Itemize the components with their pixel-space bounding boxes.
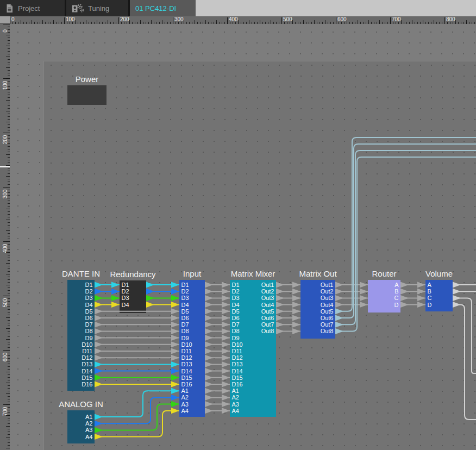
app-window: Project Tuning 01 PC412-DI 0100200300400… (0, 0, 476, 450)
wire-mixer-to-matrixout-2[interactable] (276, 295, 300, 301)
wire-input-to-mixer-13[interactable] (205, 368, 230, 374)
wire-volume-a[interactable] (453, 282, 476, 288)
wire-redundancy-to-input-0[interactable] (146, 282, 179, 288)
port-label-analog-in-A3: A3 (85, 427, 92, 433)
wire-dante-to-input-gray-4[interactable] (95, 335, 179, 341)
dest-arrow-icon (171, 335, 179, 341)
wire-input-to-mixer-5[interactable] (205, 315, 230, 321)
wire-input-to-mixer-17[interactable] (205, 395, 230, 401)
ruler-corner (0, 16, 10, 24)
wire-dante-to-input-gray-7[interactable] (95, 355, 179, 361)
block-matrix-mixer[interactable]: Matrix MixerD1D2D3D4D5D6D7D8D9D10D11D12D… (230, 269, 276, 417)
wire-input-to-mixer-14[interactable] (205, 374, 230, 380)
block-volume[interactable]: VolumeABCD (425, 269, 453, 311)
block-body-power[interactable] (67, 85, 107, 105)
wire-mixer-to-matrixout-6[interactable] (276, 322, 300, 328)
block-input[interactable]: InputD1D2D3D4D5D6D7D8D9D10D11D12D13D14D1… (179, 269, 205, 417)
wire-dante-to-input-gray-1[interactable] (95, 315, 179, 321)
wire-redundancy-to-input-3[interactable] (146, 302, 179, 308)
wire-input-to-mixer-1[interactable] (205, 289, 230, 295)
block-router[interactable]: RouterABCD (368, 269, 400, 312)
port-label-dante-in-D14: D14 (82, 368, 92, 374)
wire-dante-to-input-colored-1[interactable] (95, 368, 179, 374)
wire-input-to-mixer-2[interactable] (205, 295, 230, 301)
port-label-matrix-mixer-Out1: Out1 (261, 282, 274, 288)
wire-input-to-mixer-10[interactable] (205, 348, 230, 354)
block-matrix-out[interactable]: Matrix OutOut1Out2Out3Out4Out5Out6Out7Ou… (299, 269, 337, 339)
wire-redundancy-to-input-2[interactable] (146, 295, 179, 301)
wire-dante-to-input-colored-2[interactable] (95, 374, 179, 380)
wire-dante-to-input-colored-3[interactable] (95, 382, 179, 388)
wire-input-to-mixer-3[interactable] (205, 302, 230, 308)
wire-mixer-to-matrixout-0[interactable] (276, 282, 300, 288)
wire-dante-to-input-gray-3[interactable] (95, 328, 179, 334)
wire-dante-to-input-gray-6[interactable] (95, 348, 179, 354)
wire-dante-to-redundancy-2[interactable] (95, 295, 120, 301)
port-label-dante-in-D11: D11 (82, 348, 92, 354)
wire-volume-d[interactable] (453, 302, 476, 420)
design-canvas[interactable]: PowerDANTE IND1D2D3D4D5D6D7D8D9D10D11D12… (10, 24, 476, 450)
wire-input-to-mixer-11[interactable] (205, 355, 230, 361)
wire-dante-to-input-gray-5[interactable] (95, 341, 179, 347)
wire-volume-b[interactable] (453, 289, 476, 295)
port-label-dante-in-D6: D6 (85, 315, 92, 321)
source-arrow-icon (205, 348, 213, 354)
tab-tuning[interactable]: Tuning (66, 0, 128, 16)
wire-input-to-mixer-7[interactable] (205, 328, 230, 334)
dest-arrow-icon (171, 322, 179, 328)
port-label-redundancy-D4: D4 (122, 302, 129, 308)
wire-input-to-mixer-16[interactable] (205, 388, 230, 394)
ruler-label: 700 (392, 16, 401, 22)
wire-input-to-mixer-15[interactable] (205, 382, 230, 388)
ruler-label: 600 (337, 16, 347, 22)
port-label-matrix-out-Out2: Out2 (321, 288, 334, 295)
ruler-label: 300 (2, 190, 8, 199)
dest-arrow-icon (171, 401, 179, 407)
source-arrow-icon (205, 341, 213, 347)
wire-mixer-to-matrixout-7[interactable] (276, 328, 300, 334)
wire-mixer-to-matrixout-4[interactable] (276, 308, 300, 314)
dest-arrow-icon (171, 315, 179, 321)
wire-input-to-mixer-19[interactable] (205, 408, 230, 414)
wire-dante-to-redundancy-1[interactable] (95, 289, 120, 295)
wire-matrixout-out7[interactable] (335, 151, 476, 328)
source-arrow-icon (205, 315, 213, 321)
wire-router-to-volume-0[interactable] (400, 282, 425, 288)
source-arrow-icon (205, 395, 213, 401)
source-arrow-icon (205, 328, 213, 334)
wire-mixer-to-matrixout-1[interactable] (276, 289, 300, 295)
block-power[interactable]: Power (67, 74, 107, 105)
ruler-label: 500 (283, 16, 292, 22)
port-label-dante-in-D16: D16 (82, 381, 92, 388)
port-label-matrix-mixer-A1: A1 (232, 388, 239, 394)
wire-router-to-volume-3[interactable] (400, 302, 425, 308)
wire-input-to-mixer-12[interactable] (205, 361, 230, 367)
block-title-redundancy: Redundancy (110, 270, 156, 279)
wire-input-to-mixer-0[interactable] (205, 282, 230, 288)
dest-arrow-icon (222, 388, 230, 394)
block-dante-in[interactable]: DANTE IND1D2D3D4D5D6D7D8D9D10D11D12D13D1… (62, 269, 100, 391)
wire-router-to-volume-1[interactable] (400, 289, 425, 295)
wire-matrixout-out8[interactable] (335, 157, 476, 334)
wire-input-to-mixer-18[interactable] (205, 401, 230, 407)
wire-input-to-mixer-4[interactable] (205, 308, 230, 314)
tab-device-01-pc412-di[interactable]: 01 PC412-DI (130, 0, 196, 16)
wire-mixer-to-matrixout-5[interactable] (276, 315, 300, 321)
wire-dante-to-input-gray-2[interactable] (95, 322, 179, 328)
wire-redundancy-to-input-1[interactable] (146, 289, 179, 295)
wire-input-to-mixer-6[interactable] (205, 322, 230, 328)
wire-matrixout-out6[interactable] (335, 144, 476, 321)
wire-dante-to-redundancy-3[interactable] (95, 302, 120, 308)
source-arrow-icon (276, 295, 284, 301)
tab-project[interactable]: Project (0, 0, 65, 16)
tuning-gears-icon (72, 3, 84, 13)
dest-arrow-icon (111, 289, 120, 295)
wire-input-to-mixer-8[interactable] (205, 335, 230, 341)
source-arrow-icon (276, 282, 284, 288)
wire-mixer-to-matrixout-3[interactable] (276, 302, 300, 308)
wire-matrixout-out5[interactable] (335, 138, 476, 314)
wire-router-to-volume-2[interactable] (400, 295, 425, 301)
wire-dante-to-input-colored-0[interactable] (95, 361, 179, 367)
wire-input-to-mixer-9[interactable] (205, 341, 230, 347)
wire-dante-to-redundancy-0[interactable] (95, 282, 120, 288)
